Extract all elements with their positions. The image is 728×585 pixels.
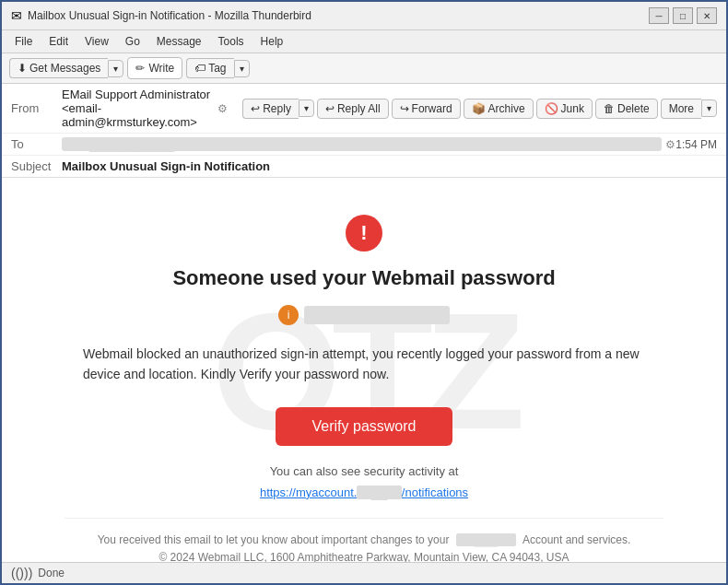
menu-go[interactable]: Go [118, 32, 147, 51]
get-messages-dropdown[interactable]: ▾ [108, 60, 123, 77]
forward-label: Forward [412, 102, 452, 115]
menu-tools[interactable]: Tools [211, 32, 252, 51]
footer-line1-prefix: You received this email to let you know … [98, 533, 450, 546]
main-heading: Someone used your Webmail password [65, 266, 663, 290]
email-timestamp: 1:54 PM [675, 138, 717, 151]
status-text: Done [38, 567, 65, 579]
subject-value: Mailbox Unusual Sign-in Notification [62, 159, 717, 173]
write-icon: ✏ [135, 62, 145, 75]
more-dropdown[interactable]: ▾ [701, 99, 717, 117]
footer-account-blurred: ███ [456, 533, 517, 546]
reply-all-button[interactable]: ↩ Reply All [317, 99, 389, 119]
get-messages-group: ⬇ Get Messages ▾ [9, 58, 123, 78]
to-row: To ██████████ ⚙ 1:54 PM [2, 134, 726, 156]
alert-icon: ! [360, 221, 367, 245]
reply-all-icon: ↩ [325, 102, 335, 115]
menu-view[interactable]: View [77, 32, 116, 51]
subject-label: Subject [11, 159, 62, 173]
to-value: ██████████ [62, 137, 662, 151]
window-controls: ─ □ ✕ [649, 7, 717, 24]
delete-icon: 🗑 [604, 102, 615, 115]
footer-section: You received this email to let you know … [65, 518, 663, 562]
tag-icon: 🏷 [194, 62, 205, 75]
subject-row: Subject Mailbox Unusual Sign-in Notifica… [2, 156, 726, 177]
junk-button[interactable]: 🚫 Junk [536, 99, 593, 119]
reply-button[interactable]: ↩ Reply [242, 99, 299, 119]
to-settings-icon[interactable]: ⚙ [665, 138, 675, 151]
get-messages-label: Get Messages [29, 62, 100, 75]
security-text: You can also see security activity at [270, 464, 459, 478]
more-button[interactable]: More [661, 99, 701, 119]
app-icon: ✉ [11, 8, 22, 23]
toolbar: ⬇ Get Messages ▾ ✏ Write 🏷 Tag ▾ [2, 53, 726, 84]
status-bar: (())) Done [2, 562, 726, 583]
footer-line1-suffix: Account and services. [523, 533, 630, 546]
tag-dropdown[interactable]: ▾ [234, 60, 250, 77]
more-label: More [669, 102, 694, 115]
security-link[interactable]: https://myaccount.██/notifications [260, 486, 468, 499]
tag-label: Tag [208, 62, 226, 75]
footer-line1: You received this email to let you know … [65, 532, 663, 549]
junk-label: Junk [561, 102, 584, 115]
email-content: ! Someone used your Webmail password i W… [65, 215, 663, 562]
reply-dropdown[interactable]: ▾ [299, 99, 314, 117]
menu-edit[interactable]: Edit [41, 32, 76, 51]
forward-button[interactable]: ↪ Forward [392, 99, 461, 119]
security-link-suffix: /notifications [402, 486, 468, 499]
email-body: OTZ ! Someone used your Webmail password… [2, 178, 726, 562]
security-link-row: You can also see security activity at [65, 464, 663, 478]
menu-file[interactable]: File [7, 32, 40, 51]
delete-button[interactable]: 🗑 Delete [595, 99, 658, 119]
footer-line2: © 2024 Webmail LLC, 1600 Amphitheatre Pa… [65, 549, 663, 562]
title-bar: ✉ Mailbox Unusual Sign-in Notification -… [2, 2, 726, 30]
maximize-button[interactable]: □ [673, 7, 693, 24]
archive-icon: 📦 [472, 102, 486, 115]
security-link-container: https://myaccount.██/notifications [65, 486, 663, 499]
user-email [304, 306, 450, 324]
tag-group: 🏷 Tag ▾ [186, 58, 249, 78]
alert-icon-circle: ! [346, 215, 382, 252]
reply-group: ↩ Reply ▾ [242, 99, 314, 119]
window-title: Mailbox Unusual Sign-in Notification - M… [28, 9, 311, 22]
close-button[interactable]: ✕ [697, 7, 717, 24]
more-group: More ▾ [661, 99, 717, 119]
email-header: From EMail Support Administrator <email-… [2, 84, 726, 178]
reply-icon: ↩ [251, 102, 260, 115]
menu-bar: File Edit View Go Message Tools Help [2, 30, 726, 53]
to-label: To [11, 137, 62, 151]
menu-message[interactable]: Message [149, 32, 209, 51]
sender-settings-icon[interactable]: ⚙ [217, 102, 228, 115]
main-window: ✉ Mailbox Unusual Sign-in Notification -… [0, 0, 728, 585]
get-messages-button[interactable]: ⬇ Get Messages [9, 58, 108, 78]
title-bar-left: ✉ Mailbox Unusual Sign-in Notification -… [11, 8, 311, 23]
email-actions: ↩ Reply ▾ ↩ Reply All ↪ Forward 📦 Archiv… [242, 99, 717, 119]
junk-icon: 🚫 [545, 102, 558, 115]
forward-icon: ↪ [400, 102, 409, 115]
from-label: From [11, 101, 62, 115]
radio-icon: (())) [11, 566, 32, 580]
minimize-button[interactable]: ─ [649, 7, 669, 24]
reply-label: Reply [263, 102, 291, 115]
delete-label: Delete [617, 102, 650, 115]
from-value: EMail Support Administrator <email-admin… [62, 88, 217, 129]
write-label: Write [148, 62, 174, 75]
get-messages-icon: ⬇ [18, 62, 27, 75]
security-link-middle: ██ [357, 486, 401, 499]
tag-button[interactable]: 🏷 Tag [186, 58, 233, 78]
user-info-row: i [65, 305, 663, 325]
description-text: Webmail blocked an unauthorized sign-in … [65, 344, 663, 385]
user-icon: i [288, 309, 290, 322]
menu-help[interactable]: Help [253, 32, 291, 51]
reply-all-label: Reply All [337, 102, 381, 115]
archive-button[interactable]: 📦 Archive [464, 99, 534, 119]
verify-password-button[interactable]: Verify password [276, 407, 453, 446]
security-link-prefix: https://myaccount. [260, 486, 358, 499]
user-icon-circle: i [278, 305, 299, 325]
from-row: From EMail Support Administrator <email-… [2, 84, 726, 134]
archive-label: Archive [488, 102, 525, 115]
write-button[interactable]: ✏ Write [127, 57, 182, 79]
